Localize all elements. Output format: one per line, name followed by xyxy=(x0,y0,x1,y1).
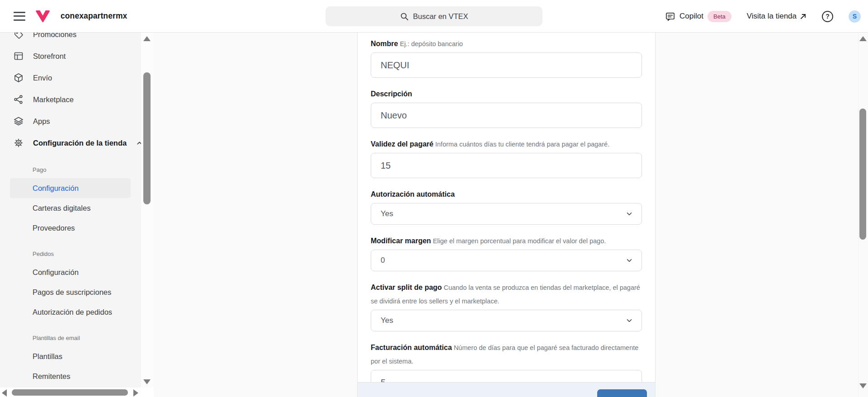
sidebar-item-label: Marketplace xyxy=(33,95,74,104)
top-bar: conexapartnermx Buscar en VTEX Copilot xyxy=(0,0,868,33)
field-label-row: Modificar margen Elige el margen porcent… xyxy=(371,234,642,248)
field-hint: Informa cuántos días tu cliente tendrá p… xyxy=(434,141,609,148)
sidebar-item-pago-carteras-digitales[interactable]: Carteras digitales xyxy=(10,198,131,218)
field-label-row: Facturación automática Número de días pa… xyxy=(371,341,642,368)
field-input-descripcion[interactable] xyxy=(371,103,642,128)
sidebar-item-pago-configuracion[interactable]: Configuración xyxy=(10,178,131,198)
save-button[interactable] xyxy=(597,389,647,397)
search-icon xyxy=(400,12,409,21)
field-select-autorizacion-automatica[interactable]: Yes xyxy=(371,203,642,225)
sidebar-item-marketplace[interactable]: Marketplace xyxy=(0,89,141,110)
chevron-down-icon xyxy=(625,210,633,218)
sidebar-section-title: Plantillas de email xyxy=(0,329,141,346)
sidebar: PromocionesStorefrontEnvíoMarketplaceApp… xyxy=(0,0,141,388)
sidebar-item-apps[interactable]: Apps xyxy=(0,110,141,132)
chat-bubble-icon xyxy=(665,11,675,22)
page-scroll-down-arrow[interactable] xyxy=(859,383,867,388)
sidebar-scroll-right-arrow[interactable] xyxy=(133,389,138,397)
search-placeholder: Buscar en VTEX xyxy=(413,12,468,21)
sidebar-scroll-down-arrow[interactable] xyxy=(143,379,151,384)
field-label: Descripción xyxy=(371,90,412,98)
help-icon[interactable]: ? xyxy=(822,11,833,22)
sidebar-item-label: Envío xyxy=(33,74,52,82)
form-footer xyxy=(358,382,655,397)
payment-condition-panel: Nombre Ej.: depósito bancarioDescripción… xyxy=(357,33,656,397)
visit-store-link[interactable]: Visita la tienda xyxy=(747,12,807,21)
sidebar-item-configuracion-de-la-tienda[interactable]: Configuración de la tienda xyxy=(0,132,141,154)
sidebar-item-plantillas-de-email-plantillas[interactable]: Plantillas xyxy=(10,346,131,366)
field-label-row: Autorización automática xyxy=(371,188,642,201)
sidebar-item-label: Configuración de la tienda xyxy=(33,139,127,147)
field-label: Nombre xyxy=(371,40,398,47)
storefront-icon xyxy=(13,51,24,62)
select-value: 0 xyxy=(381,256,625,265)
sidebar-section-title: Pedidos xyxy=(0,245,141,262)
sidebar-item-pedidos-configuracion[interactable]: Configuración xyxy=(10,262,131,282)
sidebar-item-pedidos-autorizacion-de-pedidos[interactable]: Autorización de pedidos xyxy=(10,302,131,322)
field-hint: Elige el margen porcentual para modifica… xyxy=(431,237,606,245)
vtex-admin-page: conexapartnermx Buscar en VTEX Copilot xyxy=(0,0,868,397)
field-select-modificar-margen[interactable]: 0 xyxy=(371,250,642,271)
field-label-row: Nombre Ej.: depósito bancario xyxy=(371,37,642,51)
field-hint: Ej.: depósito bancario xyxy=(398,40,462,47)
field-input-nombre[interactable] xyxy=(371,52,642,78)
beta-badge: Beta xyxy=(708,11,731,22)
field-label: Autorización automática xyxy=(371,190,455,198)
vtex-logo-icon[interactable] xyxy=(35,9,51,23)
form-field-validez-del-pagare: Validez del pagaré Informa cuántos días … xyxy=(371,137,642,178)
visit-store-label: Visita la tienda xyxy=(747,12,797,21)
sidebar-item-envio[interactable]: Envío xyxy=(0,67,141,89)
field-label: Activar split de pago xyxy=(371,284,442,291)
form-field-modificar-margen: Modificar margen Elige el margen porcent… xyxy=(371,234,642,271)
copilot-label: Copilot xyxy=(679,12,703,21)
select-value: Yes xyxy=(381,316,625,325)
layers-icon xyxy=(13,116,24,127)
field-select-activar-split-de-pago[interactable]: Yes xyxy=(371,310,642,331)
chevron-down-icon xyxy=(625,256,633,265)
sidebar-scroll-left-arrow[interactable] xyxy=(2,389,7,397)
sidebar-item-pago-proveedores[interactable]: Proveedores xyxy=(10,218,131,238)
global-search-input[interactable]: Buscar en VTEX xyxy=(326,6,542,26)
form-field-descripcion: Descripción xyxy=(371,87,642,128)
sidebar-item-label: Apps xyxy=(33,117,50,126)
sidebar-hscrollbar-thumb[interactable] xyxy=(12,389,128,396)
chevron-down-icon xyxy=(625,317,633,325)
form-field-nombre: Nombre Ej.: depósito bancario xyxy=(371,37,642,78)
field-input-validez-del-pagare[interactable] xyxy=(371,153,642,178)
topbar-actions: Copilot Beta Visita la tienda ? S xyxy=(665,0,868,33)
field-label-row: Activar split de pago Cuando la venta se… xyxy=(371,281,642,308)
sidebar-scroll-up-arrow[interactable] xyxy=(143,36,151,41)
page-scrollbar-thumb[interactable] xyxy=(859,109,866,240)
gear-icon xyxy=(13,137,24,149)
sidebar-nav: PromocionesStorefrontEnvíoMarketplaceApp… xyxy=(0,0,141,386)
payment-condition-form: Nombre Ej.: depósito bancarioDescripción… xyxy=(358,33,655,395)
sidebar-scrollbar-thumb[interactable] xyxy=(143,72,151,204)
field-label: Facturación automática xyxy=(371,344,452,351)
copilot-button[interactable]: Copilot Beta xyxy=(665,11,731,22)
field-label-row: Descripción xyxy=(371,87,642,101)
page-scroll-up-arrow[interactable] xyxy=(859,36,867,41)
avatar[interactable]: S xyxy=(849,10,861,23)
form-field-autorizacion-automatica: Autorización automáticaYes xyxy=(371,188,642,225)
external-link-icon xyxy=(800,13,807,20)
sidebar-item-plantillas-de-email-remitentes[interactable]: Remitentes xyxy=(10,366,131,386)
field-label: Modificar margen xyxy=(371,237,431,245)
field-label: Validez del pagaré xyxy=(371,140,434,148)
sidebar-section-title: Pago xyxy=(0,161,141,178)
field-label-row: Validez del pagaré Informa cuántos días … xyxy=(371,137,642,151)
sidebar-item-label: Storefront xyxy=(33,52,66,61)
form-field-activar-split-de-pago: Activar split de pago Cuando la venta se… xyxy=(371,281,642,331)
share-icon xyxy=(13,94,24,105)
menu-icon[interactable] xyxy=(14,12,25,21)
select-value: Yes xyxy=(381,209,625,218)
package-icon xyxy=(13,72,24,84)
account-name: conexapartnermx xyxy=(61,11,127,21)
sidebar-item-storefront[interactable]: Storefront xyxy=(0,45,141,67)
sidebar-item-pedidos-pagos-de-suscripciones[interactable]: Pagos de suscripciones xyxy=(10,282,131,302)
